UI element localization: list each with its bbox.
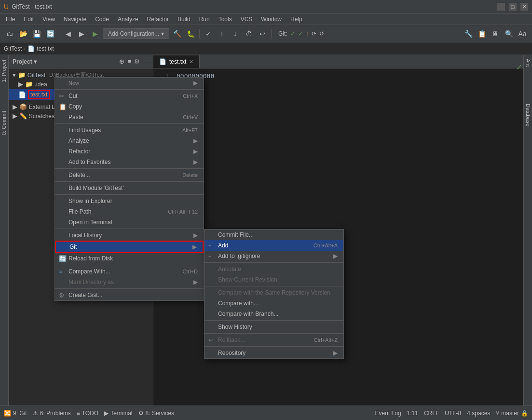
settings-button[interactable]: 🔧 <box>463 28 474 40</box>
settings-icon-button[interactable]: ⚙ <box>134 58 140 65</box>
sub-compare-with-label: Compare with... <box>218 300 259 307</box>
debug-button[interactable]: 🐛 <box>185 28 196 40</box>
menu-analyze[interactable]: Analyze <box>114 15 142 24</box>
ctx-reload-from-disk[interactable]: 🔄 Reload from Disk <box>55 253 204 264</box>
translate-button[interactable]: Aa <box>517 28 528 40</box>
sub-rollback[interactable]: ↩ Rollback... Ctrl+Alt+Z <box>205 335 343 345</box>
tree-gittest-label: GitTest <box>27 72 45 79</box>
revert-button[interactable]: ↩ <box>257 28 268 40</box>
sub-add-gitignore[interactable]: + Add to .gitignore ▶ <box>205 251 343 261</box>
git-branch-button[interactable]: ⑂ master 🔒 <box>496 410 528 417</box>
ctx-cut[interactable]: ✂ Cut Ctrl+X <box>55 91 204 101</box>
back-button[interactable]: ◀ <box>62 28 74 40</box>
menu-run[interactable]: Run <box>195 15 214 24</box>
editor-tab-testtxt[interactable]: 📄 test.txt ✕ <box>153 55 200 68</box>
sidebar-icons[interactable]: ⊕ ≡ ⚙ — <box>119 58 149 65</box>
sub-show-current-revision[interactable]: Show Current Revision <box>205 274 343 285</box>
ctx-analyze[interactable]: Analyze ▶ <box>55 135 204 146</box>
ctx-sep-2 <box>55 123 204 124</box>
indent-button[interactable]: 4 spaces <box>467 410 490 417</box>
commit-panel-tab[interactable]: 0: Commit <box>0 106 8 140</box>
ctx-refactor[interactable]: Refactor ▶ <box>55 146 204 157</box>
close-button[interactable]: ✕ <box>520 3 528 11</box>
ctx-build-module[interactable]: Build Module 'GitTest' <box>55 183 204 193</box>
run-button[interactable]: ▶ <box>89 28 101 40</box>
ctx-git[interactable]: Git ▶ <box>55 241 204 253</box>
minimize-button[interactable]: ─ <box>497 3 505 11</box>
sub-repository[interactable]: Repository ▶ <box>205 348 343 358</box>
sub-annotate[interactable]: Annotate <box>205 264 343 274</box>
vcs-button[interactable]: 📋 <box>476 28 488 40</box>
open-button[interactable]: 📂 <box>17 28 29 40</box>
build-button[interactable]: 🔨 <box>171 28 183 40</box>
ctx-cut-label: Cut <box>68 93 78 99</box>
toolbar: 🗂 📂 💾 🔄 ◀ ▶ ▶ Add Configuration... ▾ 🔨 🐛… <box>0 25 532 42</box>
ctx-paste[interactable]: Paste Ctrl+V <box>55 112 204 122</box>
todo-tab-button[interactable]: ≡ TODO <box>77 410 98 417</box>
problems-tab-button[interactable]: ⚠ 6: Problems <box>33 410 71 417</box>
ctx-mark-directory[interactable]: Mark Directory as ▶ <box>55 277 204 287</box>
event-log-button[interactable]: Event Log <box>375 410 401 417</box>
new-project-button[interactable]: 🗂 <box>4 28 15 40</box>
title-bar-controls[interactable]: ─ □ ✕ <box>497 3 528 11</box>
database-tab[interactable]: Database <box>524 100 532 130</box>
history-button[interactable]: ⏱ <box>243 28 255 40</box>
ctx-new[interactable]: New ▶ <box>55 78 204 88</box>
tab-close-button[interactable]: ✕ <box>189 59 193 65</box>
menu-edit[interactable]: Edit <box>20 15 38 24</box>
ctx-local-history[interactable]: Local History ▶ <box>55 230 204 241</box>
terminal-button[interactable]: 🖥 <box>490 28 501 40</box>
ctx-compare-with[interactable]: ≈ Compare With... Ctrl+D <box>55 266 204 277</box>
ctx-add-favorites[interactable]: Add to Favorites ▶ <box>55 157 204 167</box>
project-panel-tab[interactable]: 1: Project <box>0 55 8 87</box>
ctx-show-in-explorer[interactable]: Show in Explorer <box>55 196 204 206</box>
commit-button[interactable]: ✓ <box>203 28 214 40</box>
menu-navigate[interactable]: Navigate <box>60 15 90 24</box>
terminal-tab-button[interactable]: ▶ Terminal <box>104 410 132 417</box>
menu-file[interactable]: File <box>2 15 19 24</box>
services-tab-button[interactable]: ⚙ 8: Services <box>138 410 174 417</box>
search-button[interactable]: 🔍 <box>503 28 515 40</box>
menu-build[interactable]: Build <box>174 15 194 24</box>
ctx-create-gist[interactable]: ⚙ Create Gist... <box>55 290 204 300</box>
sub-commit-file[interactable]: Commit File... <box>205 230 343 240</box>
forward-button[interactable]: ▶ <box>76 28 87 40</box>
locate-button[interactable]: ⊕ <box>119 58 124 65</box>
ant-tab[interactable]: Ant <box>524 55 532 71</box>
maximize-button[interactable]: □ <box>509 3 517 11</box>
breadcrumb-project[interactable]: GitTest <box>4 45 22 52</box>
sub-rollback-label: Rollback... <box>218 337 245 343</box>
collapse-all-button[interactable]: ≡ <box>127 58 131 65</box>
sub-show-history[interactable]: Show History <box>205 322 343 332</box>
ctx-delete[interactable]: Delete... Delete <box>55 170 204 180</box>
charset-button[interactable]: UTF-8 <box>445 410 461 417</box>
ctx-copy[interactable]: 📋 Copy <box>55 101 204 112</box>
push-button[interactable]: ↑ <box>216 28 228 40</box>
save-button[interactable]: 💾 <box>31 28 42 40</box>
sub-compare-with[interactable]: Compare with... <box>205 298 343 309</box>
ctx-find-usages[interactable]: Find Usages Alt+F7 <box>55 125 204 135</box>
sub-compare-branch[interactable]: Compare with Branch... <box>205 309 343 319</box>
menu-view[interactable]: View <box>39 15 59 24</box>
menu-code[interactable]: Code <box>91 15 113 24</box>
git-tab-button[interactable]: 🔀 9: Git <box>4 410 27 417</box>
ctx-refactor-arrow: ▶ <box>193 148 198 155</box>
sub-add[interactable]: + Add Ctrl+Alt+A <box>205 240 343 251</box>
add-configuration-button[interactable]: Add Configuration... ▾ <box>103 28 169 39</box>
sync-button[interactable]: 🔄 <box>44 28 56 40</box>
pull-button[interactable]: ↓ <box>230 28 241 40</box>
problems-tab-label: 6: Problems <box>40 410 71 417</box>
menu-help[interactable]: Help <box>286 15 306 24</box>
line-endings-button[interactable]: CRLF <box>424 410 439 417</box>
menu-tools[interactable]: Tools <box>215 15 236 24</box>
git-tab-icon: 🔀 <box>4 410 11 417</box>
menu-window[interactable]: Window <box>257 15 286 24</box>
context-menu: New ▶ ✂ Cut Ctrl+X 📋 Copy Paste Ctrl+V F… <box>55 77 204 301</box>
menu-vcs[interactable]: VCS <box>237 15 257 24</box>
ctx-open-terminal[interactable]: Open in Terminal <box>55 217 204 228</box>
sub-compare-same-repo[interactable]: Compare with the Same Repository Version <box>205 287 343 298</box>
breadcrumb-file[interactable]: test.txt <box>37 45 54 52</box>
hide-sidebar-button[interactable]: — <box>143 58 149 65</box>
ctx-file-path[interactable]: File Path Ctrl+Alt+F12 <box>55 206 204 217</box>
menu-refactor[interactable]: Refactor <box>143 15 173 24</box>
